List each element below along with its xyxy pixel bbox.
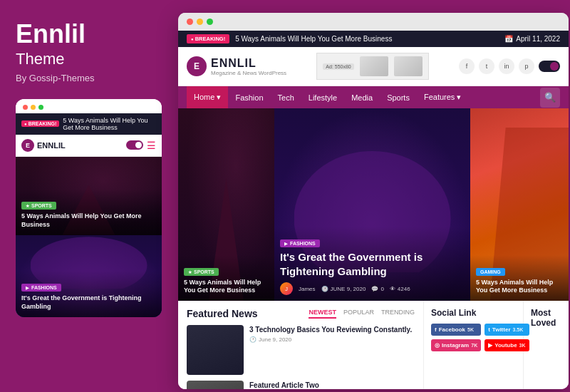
youtube-icon: ▶ [488,342,492,349]
brand-title: Ennlil [16,20,161,48]
dot-green [38,105,43,110]
youtube-link[interactable]: ▶ Youtube 3K [484,339,529,351]
ad-banner: Ad: 550x80 [316,53,428,80]
mobile-logo-icon: E [21,139,34,152]
author-avatar: J [280,282,293,295]
site-logo: E ENNLIL Megazine & News WordPress [187,56,286,76]
article-date: 🕐 JUNE 9, 2020 [321,286,366,292]
calendar-icon: 📅 [504,35,513,43]
instagram-icon: ◎ [435,342,440,349]
navigation-bar: Home ▾ Fashion Tech Lifestyle Media Spor… [178,86,569,108]
site-logo-sub: Megazine & News WordPress [211,70,286,76]
mobile-image-sports: SPORTS 5 Ways Animals Will Help You Get … [16,157,162,235]
news-item-date-1: June 9, 2020 [249,336,415,343]
instagram-count: 7K [471,343,477,348]
featured-article-left[interactable]: SPORTS 5 Ways Animals Will Help You Get … [178,108,274,301]
right-article-overlay: GAMING 5 Ways Animals Will Help You Get … [470,255,569,301]
dark-mode-toggle[interactable] [539,61,560,72]
left-article-title: 5 Ways Animals Will Help You Get More Bu… [184,279,269,295]
breaking-date: 📅 April 11, 2022 [504,35,560,43]
tab-trending[interactable]: TRENDING [381,309,415,319]
right-article-title: 5 Ways Animals Will Help You Get More Bu… [476,279,563,295]
tab-popular[interactable]: POPULAR [343,309,374,319]
featured-article-right[interactable]: GAMING 5 Ways Animals Will Help You Get … [470,108,569,301]
bottom-section: Featured News NEWEST POPULAR TRENDING 3 … [178,301,569,389]
nav-sports[interactable]: Sports [380,87,417,108]
news-item-2[interactable]: Featured Article Two June 9, 2020 [187,381,415,389]
social-link-column: Social Link f Facebook 5K t Twitter 3.5K… [424,301,524,389]
center-article-overlay: FASHIONS It's Great the Government is Ti… [274,227,470,301]
pinterest-icon-btn[interactable]: p [519,58,534,74]
left-article-overlay: SPORTS 5 Ways Animals Will Help You Get … [178,255,274,301]
browser-window: BREAKING! 5 Ways Animals Will Help You G… [178,13,569,389]
breaking-date-text: April 11, 2022 [516,35,560,43]
featured-news-header: Featured News NEWEST POPULAR TRENDING [187,308,415,319]
mobile-header: E ENNLIL ☰ [16,135,162,157]
facebook-count: 5K [467,327,474,332]
social-links-grid: f Facebook 5K t Twitter 3.5K ◎ Instagram… [431,324,516,351]
news-item-title-2: Featured Article Two [249,381,415,389]
twitter-icon: t [488,326,490,333]
mobile-image-fashions: FASHIONS It's Great the Government is Ti… [16,235,162,317]
featured-article-center[interactable]: FASHIONS It's Great the Government is Ti… [274,108,470,301]
most-loved-column: Most Loved [524,301,569,389]
browser-dot-yellow[interactable] [197,19,203,25]
instagram-icon-btn[interactable]: in [499,58,514,74]
mobile-sports-badge: SPORTS [21,202,56,210]
mobile-toggle[interactable] [126,140,143,150]
breaking-badge: BREAKING! [187,34,229,43]
browser-dot-green[interactable] [207,19,213,25]
mobile-fashions-overlay: FASHIONS It's Great the Government is Ti… [16,271,162,316]
center-fashions-badge: FASHIONS [280,239,320,247]
center-article-title: It's Great the Government is Tightening … [280,250,465,278]
nav-features[interactable]: Features ▾ [417,86,468,108]
nav-lifestyle[interactable]: Lifestyle [301,87,344,108]
site-header: E ENNLIL Megazine & News WordPress Ad: 5… [178,47,569,86]
author-name: James [299,286,316,292]
youtube-label: Youtube [494,342,517,349]
brand-subtitle: Theme [16,50,161,68]
instagram-label: Instagram [442,342,469,349]
instagram-link[interactable]: ◎ Instagram 7K [431,339,481,351]
site-logo-name: ENNLIL [211,57,286,70]
news-item[interactable]: 3 Technology Basics You Reviewing Consta… [187,325,415,375]
twitter-icon-btn[interactable]: t [479,58,494,74]
mobile-sports-title: 5 Ways Animals Will Help You Get More Bu… [21,212,156,229]
mobile-breaking-bar: BREAKING! 5 Ways Animals Will Help You G… [16,113,162,135]
left-panel: Ennlil Theme By Gossip-Themes BREAKING! … [0,0,177,392]
twitter-count: 3.5K [513,327,524,332]
article-views: 👁 4246 [390,286,410,292]
breaking-bar-left: BREAKING! 5 Ways Animals Will Help You G… [187,34,392,43]
mobile-window-dots [16,99,162,113]
nav-home[interactable]: Home ▾ [187,86,228,108]
hamburger-icon[interactable]: ☰ [147,140,156,151]
news-items-list: 3 Technology Basics You Reviewing Consta… [187,325,415,389]
twitter-link[interactable]: t Twitter 3.5K [484,324,529,336]
nav-tech[interactable]: Tech [271,87,301,108]
mobile-fashions-badge: FASHIONS [21,284,61,292]
mobile-breaking-badge: BREAKING! [21,120,59,127]
mobile-header-right: ☰ [126,140,156,151]
youtube-count: 3K [519,343,526,348]
tab-newest[interactable]: NEWEST [309,309,336,319]
facebook-link[interactable]: f Facebook 5K [431,324,481,336]
brand-by: By Gossip-Themes [16,73,161,83]
site-logo-names: ENNLIL Megazine & News WordPress [211,57,286,76]
header-social-icons: f t in p [459,58,560,74]
site-logo-icon: E [187,56,207,76]
ad-thumbnail-2 [394,56,423,76]
right-gaming-badge: GAMING [476,268,505,276]
mobile-fashions-title: It's Great the Government is Tightening … [21,294,156,311]
nav-fashion[interactable]: Fashion [228,87,270,108]
featured-news-title: Featured News [187,308,258,319]
browser-dot-red[interactable] [187,19,193,25]
breaking-text: 5 Ways Animals Will Help You Get More Bu… [235,35,392,43]
news-tabs: NEWEST POPULAR TRENDING [309,309,415,319]
news-item-content: 3 Technology Basics You Reviewing Consta… [249,325,415,343]
news-thumb-2 [187,381,244,389]
left-sports-badge: SPORTS [184,268,219,276]
facebook-icon-btn[interactable]: f [459,58,475,74]
search-button[interactable]: 🔍 [540,88,560,108]
article-comments: 💬 0 [371,286,383,292]
nav-media[interactable]: Media [344,87,380,108]
